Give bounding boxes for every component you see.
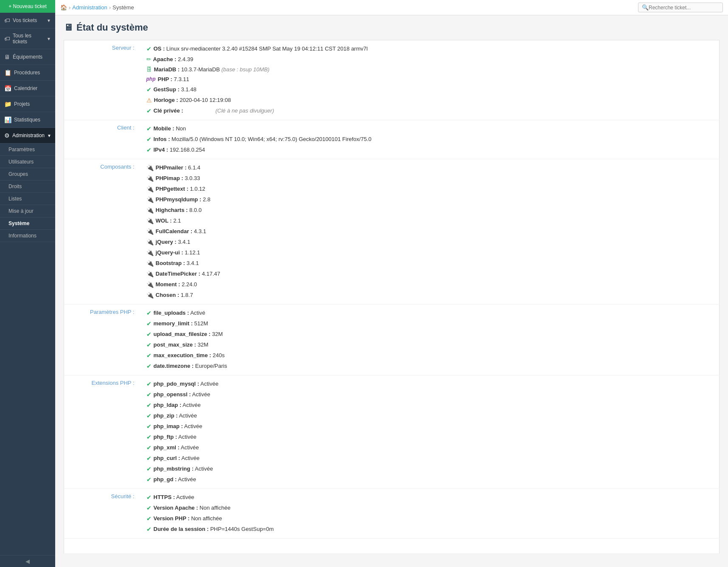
list-item: 🔌PHPimap : 3.0.33	[146, 174, 714, 183]
check-icon: ✔	[146, 475, 152, 484]
check-icon: ✔	[146, 465, 152, 474]
list-item: ✔ Clé privée : (Clé à ne pas divulguer)	[146, 107, 714, 116]
system-info-table: Serveur : ✔ OS : Linux srv-mediacenter 3…	[64, 40, 720, 554]
table-row: Paramètres PHP : ✔file_uploads : Activé …	[64, 304, 720, 375]
plugin-icon: 🔌	[146, 238, 154, 247]
sidebar-item-vos-tickets[interactable]: 🏷 Vos tickets ▼	[0, 13, 55, 28]
sidebar-item-projets[interactable]: 📁 Projets	[0, 96, 55, 112]
folder-icon: 📁	[4, 101, 11, 107]
chevron-down-icon: ▼	[47, 133, 51, 138]
sidebar-sub-groupes[interactable]: Groupes	[0, 168, 55, 181]
chart-icon: 📊	[4, 116, 11, 123]
sidebar-item-procedures[interactable]: 📋 Procédures	[0, 65, 55, 81]
list-item: ✔php_openssl : Activée	[146, 390, 714, 399]
table-row: Composants : 🔌PHPmailer : 6.1.4 🔌PHPimap…	[64, 159, 720, 304]
calendar-icon: 📅	[4, 85, 11, 92]
sidebar-sub-utilisateurs[interactable]: Utilisateurs	[0, 156, 55, 168]
home-icon[interactable]: 🏠	[60, 4, 67, 11]
check-icon: ✔	[146, 493, 152, 502]
list-item: ✔php_zip : Activée	[146, 412, 714, 420]
list-item: php PHP : 7.3.11	[146, 75, 714, 84]
list-item: ✔php_mbstring : Activée	[146, 465, 714, 474]
check-icon: ✔	[146, 124, 152, 133]
check-icon: ✔	[146, 330, 152, 339]
sidebar-sub-informations[interactable]: Informations	[0, 230, 55, 242]
check-icon: ✔	[146, 390, 152, 399]
sidebar-item-administration[interactable]: ⚙ Administration ▼	[0, 128, 55, 144]
check-icon: ✔	[146, 45, 152, 54]
breadcrumb-current: Système	[112, 4, 134, 11]
search-icon: 🔍	[642, 4, 649, 11]
check-icon: ✔	[146, 85, 152, 94]
tag-icon: 🏷	[4, 17, 10, 24]
list-item: 🔌Moment : 2.24.0	[146, 280, 714, 289]
check-icon: ✔	[146, 443, 152, 452]
list-item: ✔upload_max_filesize : 32M	[146, 330, 714, 339]
list-item: ✔post_max_size : 32M	[146, 341, 714, 350]
list-item: ✔Version Apache : Non affichée	[146, 504, 714, 513]
sidebar-sub-droits[interactable]: Droits	[0, 181, 55, 193]
sidebar-item-calendrier[interactable]: 📅 Calendrier	[0, 81, 55, 96]
sidebar-item-statistiques[interactable]: 📊 Statistiques	[0, 112, 55, 128]
check-icon: ✔	[146, 422, 152, 431]
list-item: ✔HTTPS : Activée	[146, 493, 714, 502]
plugin-icon: 🔌	[146, 270, 154, 279]
plugin-icon: 🔌	[146, 291, 154, 300]
server-values: ✔ OS : Linux srv-mediacenter 3.2.40 #152…	[141, 40, 720, 120]
table-row: Client : ✔ Mobile : Non ✔ Infos : Mozill…	[64, 120, 720, 159]
php-extensions-values: ✔php_pdo_mysql : Activée ✔php_openssl : …	[141, 375, 720, 488]
new-ticket-button[interactable]: + Nouveau ticket	[0, 0, 55, 13]
search-input[interactable]	[649, 5, 719, 11]
main-content: 🏠 › Administration › Système 🔍 🖥 État du…	[55, 0, 728, 567]
plugin-icon: 🔌	[146, 174, 154, 183]
list-item: 🔌Chosen : 1.8.7	[146, 291, 714, 300]
clipboard-icon: 📋	[4, 69, 11, 76]
sidebar-sub-mise-a-jour[interactable]: Mise à jour	[0, 205, 55, 217]
gear-icon: ⚙	[4, 132, 10, 139]
plugin-icon: 🔌	[146, 248, 154, 257]
list-item: ✔ IPv4 : 192.168.0.254	[146, 146, 714, 155]
php-params-values: ✔file_uploads : Activé ✔memory_limit : 5…	[141, 304, 720, 375]
list-item: ✔memory_limit : 512M	[146, 319, 714, 328]
check-icon: ✔	[146, 107, 152, 116]
search-box[interactable]: 🔍	[638, 3, 723, 12]
sidebar-collapse-button[interactable]: ◀	[0, 555, 55, 567]
table-row: Extensions PHP : ✔php_pdo_mysql : Activé…	[64, 375, 720, 488]
list-item: ✔php_xml : Activée	[146, 443, 714, 452]
list-item: ✔Version PHP : Non affichée	[146, 514, 714, 523]
php-icon: php	[146, 75, 156, 83]
check-icon: ✔	[146, 135, 152, 144]
list-item: ✔php_gd : Activée	[146, 475, 714, 484]
list-item: ✔php_pdo_mysql : Activée	[146, 380, 714, 389]
server-label: Serveur :	[64, 40, 141, 120]
list-item: ✔Durée de la session : PHP=1440s GestSup…	[146, 525, 714, 534]
sidebar-item-equipements[interactable]: 🖥 Équipements	[0, 49, 55, 65]
list-item: ✔php_ldap : Activée	[146, 401, 714, 410]
monitor-icon: 🖥	[4, 54, 10, 60]
securite-values: ✔HTTPS : Activée ✔Version Apache : Non a…	[141, 488, 720, 538]
warning-icon: ⚠	[146, 96, 152, 105]
sidebar-item-tous-tickets[interactable]: 🏷 Tous les tickets ▼	[0, 28, 55, 49]
list-item: 🔌DateTimePicker : 4.17.47	[146, 270, 714, 279]
check-icon: ✔	[146, 412, 152, 420]
list-item: ✏ Apache : 2.4.39	[146, 55, 714, 64]
list-item: 🔌PHPmysqldump : 2.8	[146, 195, 714, 204]
chevron-down-icon: ▼	[47, 18, 51, 23]
sidebar-sub-parametres[interactable]: Paramètres	[0, 144, 55, 156]
plugin-icon: 🔌	[146, 227, 154, 236]
check-icon: ✔	[146, 319, 152, 328]
check-icon: ✔	[146, 380, 152, 389]
plugin-icon: 🔌	[146, 164, 154, 172]
client-values: ✔ Mobile : Non ✔ Infos : Mozilla/5.0 (Wi…	[141, 120, 720, 159]
list-item: ✔file_uploads : Activé	[146, 309, 714, 318]
php-params-label: Paramètres PHP :	[64, 304, 141, 375]
list-item: 🔌Highcharts : 8.0.0	[146, 206, 714, 215]
list-item: ✔ Mobile : Non	[146, 124, 714, 133]
breadcrumb-admin[interactable]: Administration	[72, 4, 107, 11]
check-icon: ✔	[146, 525, 152, 534]
list-item: 🔌WOL : 2.1	[146, 217, 714, 226]
sidebar-sub-listes[interactable]: Listes	[0, 193, 55, 205]
plugin-icon: 🔌	[146, 195, 154, 204]
sidebar-sub-systeme[interactable]: Système	[0, 217, 55, 230]
client-label: Client :	[64, 120, 141, 159]
